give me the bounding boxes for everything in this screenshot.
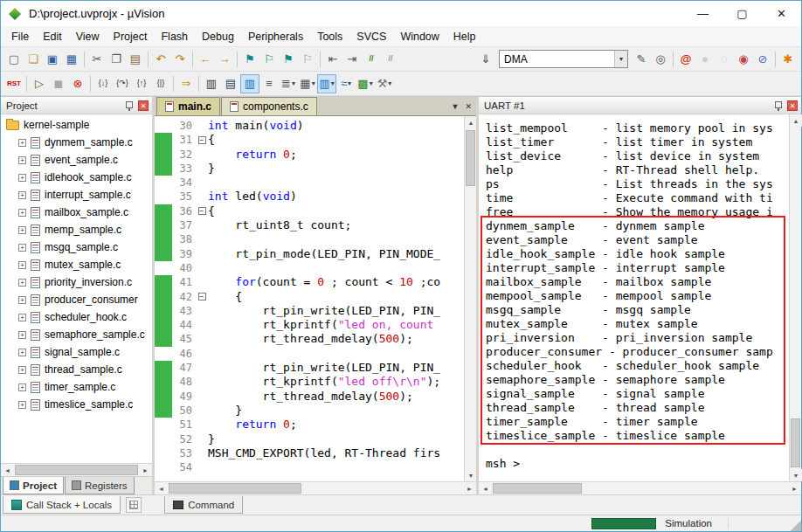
expand-plus-icon[interactable] <box>18 139 26 147</box>
bookmark-clear-button[interactable]: ⚐ <box>298 50 317 69</box>
project-hscrollbar[interactable] <box>1 463 152 476</box>
bookmark-toggle-button[interactable]: ⚑ <box>240 50 259 69</box>
analysis-windows-dropdown[interactable]: ≈ <box>336 74 356 93</box>
expand-plus-icon[interactable] <box>18 174 26 182</box>
scroll-thumb[interactable] <box>791 418 800 467</box>
uncomment-button[interactable]: // <box>381 50 400 69</box>
command-tab[interactable]: Command <box>164 496 243 514</box>
scroll-up-icon[interactable] <box>790 114 802 127</box>
kill-all-breakpoints-button[interactable]: ⊘ <box>753 50 772 69</box>
maximize-button[interactable]: ▢ <box>722 1 762 26</box>
scroll-track[interactable] <box>492 482 788 494</box>
panel-close-icon[interactable] <box>138 100 149 111</box>
editor-hscrollbar[interactable] <box>155 481 476 494</box>
expand-plus-icon[interactable] <box>18 261 26 269</box>
expand-plus-icon[interactable] <box>18 349 26 356</box>
scroll-left-icon[interactable] <box>479 482 492 495</box>
expand-plus-icon[interactable] <box>18 209 26 217</box>
code-area[interactable]: 30int main(void)31{32 return 0;33}3435in… <box>155 116 464 481</box>
serial-window-button[interactable]: ▥ <box>240 74 259 93</box>
scroll-left-icon[interactable] <box>155 482 168 495</box>
navigate-forward-button[interactable]: → <box>215 50 234 69</box>
tree-item[interactable]: timer_sample.c <box>1 378 152 396</box>
uart-vscrollbar[interactable] <box>789 114 801 481</box>
expand-plus-icon[interactable] <box>18 279 26 287</box>
dock-windows-button[interactable] <box>126 497 142 513</box>
comment-button[interactable]: // <box>362 50 381 69</box>
run-button[interactable]: ▷ <box>30 74 49 93</box>
scroll-thumb[interactable] <box>169 483 301 494</box>
menu-item-peripherals[interactable]: Peripherals <box>241 28 310 45</box>
scroll-track[interactable] <box>790 127 801 469</box>
tree-item[interactable]: dynmem_sample.c <box>1 134 152 151</box>
expand-plus-icon[interactable] <box>18 401 26 409</box>
bookmark-previous-button[interactable]: ⚐ <box>259 50 279 69</box>
save-file-button[interactable]: ▣ <box>43 50 62 69</box>
fold-collapse-icon[interactable] <box>198 207 206 215</box>
expand-plus-icon[interactable] <box>18 156 26 164</box>
uart-terminal[interactable]: list_mempool - list memory pool in sysli… <box>479 114 789 481</box>
tree-item[interactable]: signal_sample.c <box>1 343 152 361</box>
tree-item[interactable]: thread_sample.c <box>1 361 152 378</box>
navigate-back-button[interactable]: ← <box>196 50 215 69</box>
unindent-button[interactable]: ⇤ <box>323 50 342 69</box>
indent-button[interactable]: ⇥ <box>342 50 362 69</box>
menu-item-edit[interactable]: Edit <box>36 28 69 45</box>
save-all-button[interactable]: ▦ <box>62 50 81 69</box>
insert-breakpoint-button[interactable]: ● <box>695 50 715 69</box>
panel-close-icon[interactable] <box>787 100 798 111</box>
scroll-down-icon[interactable] <box>465 469 477 481</box>
expand-plus-icon[interactable] <box>18 383 26 391</box>
expand-plus-icon[interactable] <box>18 314 26 321</box>
tree-item[interactable]: memp_sample.c <box>1 221 152 238</box>
scroll-right-icon[interactable] <box>788 482 801 495</box>
stop-button[interactable]: ◼ <box>49 74 68 93</box>
configure-target-button[interactable]: ✎ <box>632 50 651 69</box>
toolbox-dropdown[interactable]: ⚒ <box>375 74 394 93</box>
expand-plus-icon[interactable] <box>18 191 26 199</box>
scroll-right-icon[interactable] <box>139 464 152 477</box>
run-to-cursor-button[interactable]: {|} <box>151 74 170 93</box>
menu-item-flash[interactable]: Flash <box>154 28 195 45</box>
call-stack-locals-tab[interactable]: Call Stack + Locals <box>3 496 121 514</box>
menu-item-help[interactable]: Help <box>446 28 483 45</box>
step-into-button[interactable]: {↓} <box>93 74 113 93</box>
scroll-thumb[interactable] <box>493 483 582 494</box>
tree-item[interactable]: msgq_sample.c <box>1 238 152 256</box>
new-file-button[interactable]: ▢ <box>4 50 24 69</box>
open-file-button[interactable]: ❏ <box>24 50 43 69</box>
menu-item-window[interactable]: Window <box>393 28 446 45</box>
step-out-button[interactable]: {↑} <box>132 74 151 93</box>
expand-plus-icon[interactable] <box>18 244 26 252</box>
menu-item-svcs[interactable]: SVCS <box>349 28 393 45</box>
tree-item[interactable]: timeslice_sample.c <box>1 396 152 413</box>
tree-item[interactable]: priority_inversion.c <box>1 273 152 291</box>
scroll-thumb[interactable] <box>466 130 475 186</box>
tree-item[interactable]: semaphore_sample.c <box>1 326 152 343</box>
memory-window-dropdown[interactable]: ▦ <box>298 74 317 93</box>
menu-item-debug[interactable]: Debug <box>195 28 241 45</box>
uart-hscrollbar[interactable] <box>479 481 801 494</box>
target-select-combo[interactable]: DMA <box>499 50 628 68</box>
editor-vscrollbar[interactable] <box>464 116 476 481</box>
scroll-track[interactable] <box>465 128 476 469</box>
editor-tab-components-c[interactable]: components.c <box>221 97 317 115</box>
tree-item[interactable]: event_sample.c <box>1 151 152 169</box>
tab-menu-chevron-icon[interactable]: ▼ <box>452 102 460 111</box>
system-viewer-dropdown[interactable]: ▩ <box>356 74 375 93</box>
panel-tab-registers[interactable]: Registers <box>65 477 135 494</box>
disable-all-breakpoints-button[interactable]: ◉ <box>734 50 753 69</box>
flash-download-button[interactable]: ⇓ <box>476 50 495 69</box>
bookmark-next-button[interactable]: ⚑ <box>279 50 298 69</box>
halt-button[interactable]: ⊗ <box>68 74 87 93</box>
editor-tab-main-c[interactable]: main.c <box>156 97 220 115</box>
show-next-statement-button[interactable]: ⇒ <box>176 74 196 93</box>
fold-collapse-icon[interactable] <box>198 136 206 144</box>
reset-button[interactable]: RST <box>4 74 24 93</box>
serial-windows-dropdown[interactable]: ▥ <box>317 74 336 93</box>
tree-root-item[interactable]: kernel-sample <box>1 116 152 134</box>
pin-icon[interactable] <box>124 100 134 111</box>
menu-item-view[interactable]: View <box>69 28 107 45</box>
scroll-down-icon[interactable] <box>790 469 802 481</box>
tree-item[interactable]: mutex_sample.c <box>1 256 152 273</box>
